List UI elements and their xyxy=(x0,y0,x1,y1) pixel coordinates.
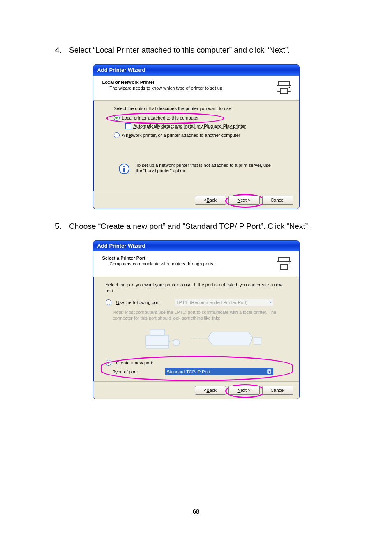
svg-point-5 xyxy=(123,166,125,167)
titlebar: Add Printer Wizard xyxy=(93,65,299,76)
chevron-down-icon: ▾ xyxy=(267,369,271,374)
dialog-header: Local or Network Printer The wizard need… xyxy=(93,76,299,101)
info-text: To set up a network printer that is not … xyxy=(136,163,276,174)
dialog-body: Select the option that describes the pri… xyxy=(93,101,299,191)
header-title: Local or Network Printer xyxy=(102,80,224,85)
svg-rect-12 xyxy=(150,329,165,335)
info-row: To set up a network printer that is not … xyxy=(118,163,287,175)
back-button[interactable]: < Back xyxy=(195,386,226,395)
svg-point-3 xyxy=(288,86,290,88)
use-port-value: LPT1: (Recommended Printer Port) xyxy=(177,300,248,305)
wizard-dialog-local-or-network: Add Printer Wizard Local or Network Prin… xyxy=(93,64,300,209)
svg-rect-9 xyxy=(280,265,288,269)
radio-icon xyxy=(114,132,120,138)
svg-point-10 xyxy=(288,263,290,264)
checkbox-icon xyxy=(125,123,131,129)
header-subtitle: Computers communicate with printers thro… xyxy=(110,261,215,266)
checkbox-auto-label: Automatically detect and install my Plug… xyxy=(134,124,246,129)
cancel-button[interactable]: Cancel xyxy=(262,196,293,205)
button-row: < Back Next > Cancel xyxy=(93,381,299,399)
radio-icon xyxy=(114,115,120,121)
step-5-text: Choose “Create a new port” and “Standard… xyxy=(69,221,310,232)
svg-rect-2 xyxy=(280,89,288,94)
header-subtitle: The wizard needs to know which type of p… xyxy=(110,85,224,90)
radio-icon xyxy=(106,299,111,305)
svg-rect-13 xyxy=(146,346,169,348)
radio-local-printer[interactable]: Local printer attached to this computer xyxy=(114,115,287,121)
svg-point-14 xyxy=(173,339,180,346)
dialog-header: Select a Printer Port Computers communic… xyxy=(93,251,299,276)
type-of-port-label: Type of port: xyxy=(113,369,162,374)
type-of-port-value: Standard TCP/IP Port xyxy=(167,369,210,374)
step-5: 5. Choose “Create a new port” and “Stand… xyxy=(55,221,351,232)
svg-rect-0 xyxy=(279,81,289,85)
wizard-dialog-select-port: Add Printer Wizard Select a Printer Port… xyxy=(93,240,300,399)
use-port-dropdown: LPT1: (Recommended Printer Port) ▾ xyxy=(175,299,273,306)
prompt-text: Select the option that describes the pri… xyxy=(114,106,287,111)
dialog-body: Select the port you want your printer to… xyxy=(93,276,299,381)
svg-rect-6 xyxy=(123,168,125,172)
chevron-down-icon: ▾ xyxy=(269,300,271,304)
type-of-port-dropdown[interactable]: Standard TCP/IP Port ▾ xyxy=(165,368,273,375)
port-note: Note: Most computers use the LPT1: port … xyxy=(113,309,289,321)
radio-use-following-port[interactable]: Use the following port: LPT1: (Recommend… xyxy=(106,299,289,306)
button-row: < Back Next > Cancel xyxy=(93,191,299,209)
cancel-button[interactable]: Cancel xyxy=(262,386,293,395)
radio-create-new-port[interactable]: Create a new port: xyxy=(106,360,286,366)
radio-network-printer[interactable]: A network printer, or a printer attached… xyxy=(114,132,287,138)
printer-icon xyxy=(276,256,293,271)
radio-network-label: A network printer, or a printer attached… xyxy=(122,133,240,138)
create-port-label: Create a new port: xyxy=(116,360,154,365)
step-5-number: 5. xyxy=(55,221,69,232)
port-connector-illustration xyxy=(118,325,289,351)
prompt-text: Select the port you want your printer to… xyxy=(106,282,289,294)
document-page: 4. Select “Local Printer attached to thi… xyxy=(0,0,392,555)
step-4: 4. Select “Local Printer attached to thi… xyxy=(55,45,351,55)
radio-local-label: Local printer attached to this computer xyxy=(122,115,199,120)
header-title: Select a Printer Port xyxy=(102,256,215,260)
use-port-label: Use the following port: xyxy=(116,300,172,305)
info-icon xyxy=(118,163,130,175)
next-button[interactable]: Next > xyxy=(228,386,260,395)
titlebar: Add Printer Wizard xyxy=(93,241,299,251)
next-button[interactable]: Next > xyxy=(228,196,260,205)
radio-icon xyxy=(106,360,111,366)
step-4-text: Select “Local Printer attached to this c… xyxy=(69,45,290,55)
svg-rect-11 xyxy=(146,335,169,346)
create-port-group: Create a new port: Type of port: Standar… xyxy=(104,357,289,380)
step-4-number: 4. xyxy=(55,45,69,55)
printer-icon xyxy=(276,80,293,95)
svg-rect-7 xyxy=(279,257,289,261)
checkbox-auto-detect[interactable]: Automatically detect and install my Plug… xyxy=(125,123,287,129)
page-number: 68 xyxy=(0,508,392,515)
back-button[interactable]: < Back xyxy=(195,196,226,205)
